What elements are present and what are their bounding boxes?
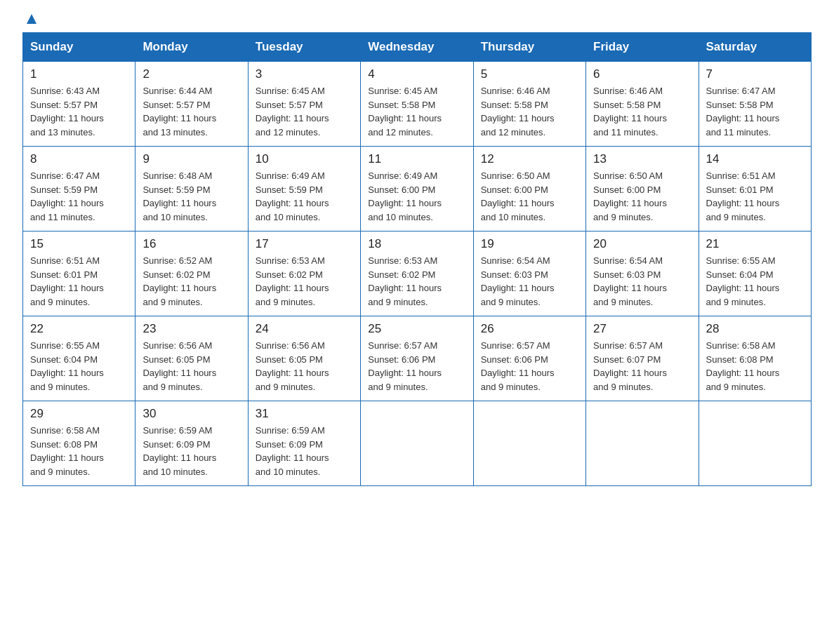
calendar-cell: 1 Sunrise: 6:43 AM Sunset: 5:57 PM Dayli… bbox=[23, 62, 135, 147]
calendar-cell: 7 Sunrise: 6:47 AM Sunset: 5:58 PM Dayli… bbox=[699, 62, 811, 147]
day-number: 7 bbox=[706, 67, 804, 81]
calendar-week-row: 1 Sunrise: 6:43 AM Sunset: 5:57 PM Dayli… bbox=[23, 62, 812, 147]
calendar-cell: 29 Sunrise: 6:58 AM Sunset: 6:08 PM Dayl… bbox=[23, 401, 135, 486]
calendar-cell: 27 Sunrise: 6:57 AM Sunset: 6:07 PM Dayl… bbox=[586, 316, 699, 401]
calendar-cell: 16 Sunrise: 6:52 AM Sunset: 6:02 PM Dayl… bbox=[135, 232, 248, 316]
day-number: 23 bbox=[143, 322, 240, 336]
day-info: Sunrise: 6:43 AM Sunset: 5:57 PM Dayligh… bbox=[30, 84, 128, 139]
calendar-cell bbox=[361, 401, 473, 486]
calendar-cell: 17 Sunrise: 6:53 AM Sunset: 6:02 PM Dayl… bbox=[248, 232, 360, 316]
day-of-week-header: Sunday bbox=[23, 33, 135, 62]
calendar-week-row: 15 Sunrise: 6:51 AM Sunset: 6:01 PM Dayl… bbox=[23, 232, 812, 316]
day-info: Sunrise: 6:51 AM Sunset: 6:01 PM Dayligh… bbox=[30, 254, 128, 309]
day-info: Sunrise: 6:56 AM Sunset: 6:05 PM Dayligh… bbox=[256, 339, 353, 394]
day-of-week-header: Wednesday bbox=[361, 33, 473, 62]
calendar-week-row: 8 Sunrise: 6:47 AM Sunset: 5:59 PM Dayli… bbox=[23, 147, 812, 232]
day-info: Sunrise: 6:45 AM Sunset: 5:58 PM Dayligh… bbox=[368, 84, 465, 139]
day-of-week-header: Saturday bbox=[699, 33, 811, 62]
day-number: 4 bbox=[368, 67, 465, 81]
day-info: Sunrise: 6:52 AM Sunset: 6:02 PM Dayligh… bbox=[143, 254, 240, 309]
day-info: Sunrise: 6:53 AM Sunset: 6:02 PM Dayligh… bbox=[256, 254, 353, 309]
day-number: 2 bbox=[143, 67, 240, 81]
day-number: 19 bbox=[481, 237, 578, 251]
day-info: Sunrise: 6:54 AM Sunset: 6:03 PM Dayligh… bbox=[481, 254, 578, 309]
calendar-cell: 11 Sunrise: 6:49 AM Sunset: 6:00 PM Dayl… bbox=[361, 147, 473, 232]
calendar-cell: 14 Sunrise: 6:51 AM Sunset: 6:01 PM Dayl… bbox=[699, 147, 811, 232]
day-number: 6 bbox=[593, 67, 691, 81]
day-info: Sunrise: 6:50 AM Sunset: 6:00 PM Dayligh… bbox=[481, 169, 578, 224]
calendar-cell: 20 Sunrise: 6:54 AM Sunset: 6:03 PM Dayl… bbox=[586, 232, 699, 316]
page-header bbox=[22, 17, 812, 21]
day-info: Sunrise: 6:46 AM Sunset: 5:58 PM Dayligh… bbox=[481, 84, 578, 139]
calendar-cell: 8 Sunrise: 6:47 AM Sunset: 5:59 PM Dayli… bbox=[23, 147, 135, 232]
day-info: Sunrise: 6:59 AM Sunset: 6:09 PM Dayligh… bbox=[256, 424, 353, 478]
calendar-table: SundayMondayTuesdayWednesdayThursdayFrid… bbox=[22, 32, 812, 486]
calendar-cell: 30 Sunrise: 6:59 AM Sunset: 6:09 PM Dayl… bbox=[135, 401, 248, 486]
day-number: 14 bbox=[706, 152, 804, 166]
day-info: Sunrise: 6:48 AM Sunset: 5:59 PM Dayligh… bbox=[143, 169, 240, 224]
day-number: 8 bbox=[30, 152, 128, 166]
calendar-cell: 21 Sunrise: 6:55 AM Sunset: 6:04 PM Dayl… bbox=[699, 232, 811, 316]
calendar-cell: 19 Sunrise: 6:54 AM Sunset: 6:03 PM Dayl… bbox=[473, 232, 585, 316]
calendar-cell: 10 Sunrise: 6:49 AM Sunset: 5:59 PM Dayl… bbox=[248, 147, 360, 232]
calendar-cell: 6 Sunrise: 6:46 AM Sunset: 5:58 PM Dayli… bbox=[586, 62, 699, 147]
calendar-cell bbox=[586, 401, 699, 486]
day-info: Sunrise: 6:47 AM Sunset: 5:59 PM Dayligh… bbox=[30, 169, 128, 224]
calendar-cell: 28 Sunrise: 6:58 AM Sunset: 6:08 PM Dayl… bbox=[699, 316, 811, 401]
calendar-cell: 24 Sunrise: 6:56 AM Sunset: 6:05 PM Dayl… bbox=[248, 316, 360, 401]
day-info: Sunrise: 6:51 AM Sunset: 6:01 PM Dayligh… bbox=[706, 169, 804, 224]
day-info: Sunrise: 6:49 AM Sunset: 6:00 PM Dayligh… bbox=[368, 169, 465, 224]
calendar-cell: 23 Sunrise: 6:56 AM Sunset: 6:05 PM Dayl… bbox=[135, 316, 248, 401]
day-number: 10 bbox=[256, 152, 353, 166]
day-number: 31 bbox=[256, 407, 353, 421]
day-number: 11 bbox=[368, 152, 465, 166]
day-info: Sunrise: 6:58 AM Sunset: 6:08 PM Dayligh… bbox=[706, 339, 804, 394]
logo-triangle-icon bbox=[24, 11, 39, 27]
day-number: 3 bbox=[256, 67, 353, 81]
day-number: 12 bbox=[481, 152, 578, 166]
logo bbox=[22, 17, 39, 21]
calendar-cell: 9 Sunrise: 6:48 AM Sunset: 5:59 PM Dayli… bbox=[135, 147, 248, 232]
calendar-cell: 13 Sunrise: 6:50 AM Sunset: 6:00 PM Dayl… bbox=[586, 147, 699, 232]
calendar-cell: 25 Sunrise: 6:57 AM Sunset: 6:06 PM Dayl… bbox=[361, 316, 473, 401]
calendar-week-row: 29 Sunrise: 6:58 AM Sunset: 6:08 PM Dayl… bbox=[23, 401, 812, 486]
calendar-cell: 18 Sunrise: 6:53 AM Sunset: 6:02 PM Dayl… bbox=[361, 232, 473, 316]
calendar-cell: 5 Sunrise: 6:46 AM Sunset: 5:58 PM Dayli… bbox=[473, 62, 585, 147]
day-number: 16 bbox=[143, 237, 240, 251]
day-number: 24 bbox=[256, 322, 353, 336]
day-info: Sunrise: 6:49 AM Sunset: 5:59 PM Dayligh… bbox=[256, 169, 353, 224]
day-number: 25 bbox=[368, 322, 465, 336]
calendar-cell: 31 Sunrise: 6:59 AM Sunset: 6:09 PM Dayl… bbox=[248, 401, 360, 486]
day-of-week-header: Tuesday bbox=[248, 33, 360, 62]
day-info: Sunrise: 6:56 AM Sunset: 6:05 PM Dayligh… bbox=[143, 339, 240, 394]
day-number: 9 bbox=[143, 152, 240, 166]
day-number: 30 bbox=[143, 407, 240, 421]
day-info: Sunrise: 6:46 AM Sunset: 5:58 PM Dayligh… bbox=[593, 84, 691, 139]
calendar-cell: 12 Sunrise: 6:50 AM Sunset: 6:00 PM Dayl… bbox=[473, 147, 585, 232]
day-number: 22 bbox=[30, 322, 128, 336]
day-number: 18 bbox=[368, 237, 465, 251]
calendar-cell bbox=[473, 401, 585, 486]
day-number: 13 bbox=[593, 152, 691, 166]
calendar-week-row: 22 Sunrise: 6:55 AM Sunset: 6:04 PM Dayl… bbox=[23, 316, 812, 401]
day-info: Sunrise: 6:47 AM Sunset: 5:58 PM Dayligh… bbox=[706, 84, 804, 139]
day-number: 5 bbox=[481, 67, 578, 81]
day-info: Sunrise: 6:53 AM Sunset: 6:02 PM Dayligh… bbox=[368, 254, 465, 309]
calendar-cell bbox=[699, 401, 811, 486]
day-info: Sunrise: 6:55 AM Sunset: 6:04 PM Dayligh… bbox=[30, 339, 128, 394]
day-number: 29 bbox=[30, 407, 128, 421]
calendar-cell: 15 Sunrise: 6:51 AM Sunset: 6:01 PM Dayl… bbox=[23, 232, 135, 316]
day-info: Sunrise: 6:57 AM Sunset: 6:06 PM Dayligh… bbox=[368, 339, 465, 394]
day-info: Sunrise: 6:45 AM Sunset: 5:57 PM Dayligh… bbox=[256, 84, 353, 139]
calendar-cell: 2 Sunrise: 6:44 AM Sunset: 5:57 PM Dayli… bbox=[135, 62, 248, 147]
calendar-header-row: SundayMondayTuesdayWednesdayThursdayFrid… bbox=[23, 33, 812, 62]
day-number: 15 bbox=[30, 237, 128, 251]
day-info: Sunrise: 6:50 AM Sunset: 6:00 PM Dayligh… bbox=[593, 169, 691, 224]
day-number: 1 bbox=[30, 67, 128, 81]
day-info: Sunrise: 6:55 AM Sunset: 6:04 PM Dayligh… bbox=[706, 254, 804, 309]
day-info: Sunrise: 6:54 AM Sunset: 6:03 PM Dayligh… bbox=[593, 254, 691, 309]
calendar-cell: 22 Sunrise: 6:55 AM Sunset: 6:04 PM Dayl… bbox=[23, 316, 135, 401]
day-info: Sunrise: 6:44 AM Sunset: 5:57 PM Dayligh… bbox=[143, 84, 240, 139]
day-of-week-header: Monday bbox=[135, 33, 248, 62]
day-number: 27 bbox=[593, 322, 691, 336]
